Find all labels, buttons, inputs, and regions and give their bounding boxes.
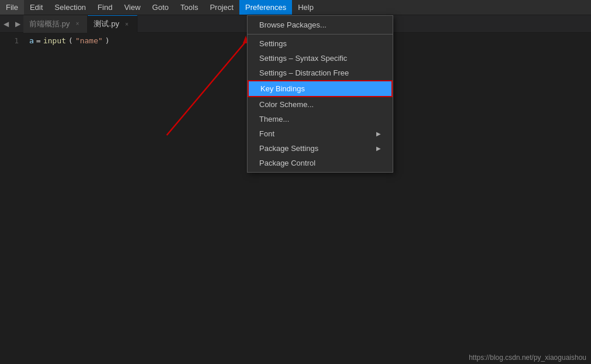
menu-item-settings-syntax[interactable]: Settings – Syntax Specific (248, 51, 393, 66)
watermark: https://blog.csdn.net/py_xiaoguaishou (469, 353, 586, 362)
code-str: "name" (75, 35, 103, 47)
menu-item-theme[interactable]: Theme... (248, 112, 393, 126)
menubar-item-selection[interactable]: Selection (49, 0, 91, 15)
nav-right-icon: ▶ (15, 20, 20, 28)
tab-close-tab2[interactable]: × (123, 20, 131, 28)
menubar: FileEditSelectionFindViewGotoToolsProjec… (0, 0, 591, 15)
submenu-arrow-package-settings: ▶ (376, 145, 381, 152)
menubar-item-file[interactable]: File (0, 0, 24, 15)
menubar-item-project[interactable]: Project (204, 0, 239, 15)
tab-nav-left[interactable]: ◀ (0, 15, 12, 33)
menu-item-label-font: Font (259, 129, 274, 138)
menu-item-label-key-bindings: Key Bindings (260, 84, 305, 93)
line-numbers: 1 (0, 33, 23, 363)
menubar-item-help[interactable]: Help (292, 0, 319, 15)
menu-item-label-color-scheme: Color Scheme... (259, 100, 314, 109)
code-paren-close: ) (105, 35, 110, 47)
tab-tab2[interactable]: 测试.py× (88, 15, 137, 33)
dropdown-menu: Browse Packages...SettingsSettings – Syn… (247, 15, 393, 173)
menu-item-label-package-settings: Package Settings (259, 144, 318, 153)
line-number-1: 1 (0, 35, 19, 47)
menu-item-settings-distraction[interactable]: Settings – Distraction Free (248, 66, 393, 80)
code-op: = (36, 35, 41, 47)
code-var: a (29, 35, 34, 47)
menubar-item-tools[interactable]: Tools (174, 0, 204, 15)
menu-item-key-bindings[interactable]: Key Bindings (248, 80, 393, 97)
menu-item-color-scheme[interactable]: Color Scheme... (248, 97, 393, 112)
menu-item-label-settings-distraction: Settings – Distraction Free (259, 68, 349, 77)
tab-label-tab2: 测试.py (94, 19, 119, 29)
menu-item-package-control[interactable]: Package Control (248, 156, 393, 170)
nav-left-icon: ◀ (4, 20, 9, 28)
tab-close-tab1[interactable]: × (73, 20, 81, 28)
menu-item-settings[interactable]: Settings (248, 36, 393, 51)
menu-item-label-settings: Settings (259, 39, 287, 48)
menu-separator-1 (248, 34, 393, 35)
menu-item-label-package-control: Package Control (259, 159, 315, 167)
menu-item-browse-packages[interactable]: Browse Packages... (248, 18, 393, 32)
tab-nav-right[interactable]: ▶ (12, 15, 23, 33)
menubar-item-goto[interactable]: Goto (146, 0, 174, 15)
submenu-arrow-font: ▶ (376, 131, 381, 137)
menubar-item-view[interactable]: View (118, 0, 146, 15)
menu-item-label-browse-packages: Browse Packages... (259, 20, 327, 29)
menu-item-package-settings[interactable]: Package Settings▶ (248, 141, 393, 156)
menu-item-label-settings-syntax: Settings – Syntax Specific (259, 54, 347, 63)
code-paren-open: ( (68, 35, 73, 47)
code-func: input (43, 35, 66, 47)
menu-item-font[interactable]: Font▶ (248, 126, 393, 141)
menubar-item-find[interactable]: Find (92, 0, 118, 15)
menu-item-label-theme: Theme... (259, 115, 289, 123)
tab-label-tab1: 前端概括.py (29, 19, 70, 29)
menubar-item-edit[interactable]: Edit (24, 0, 49, 15)
tab-tab1[interactable]: 前端概括.py× (23, 15, 88, 33)
menubar-item-preferences[interactable]: Preferences (239, 0, 292, 15)
